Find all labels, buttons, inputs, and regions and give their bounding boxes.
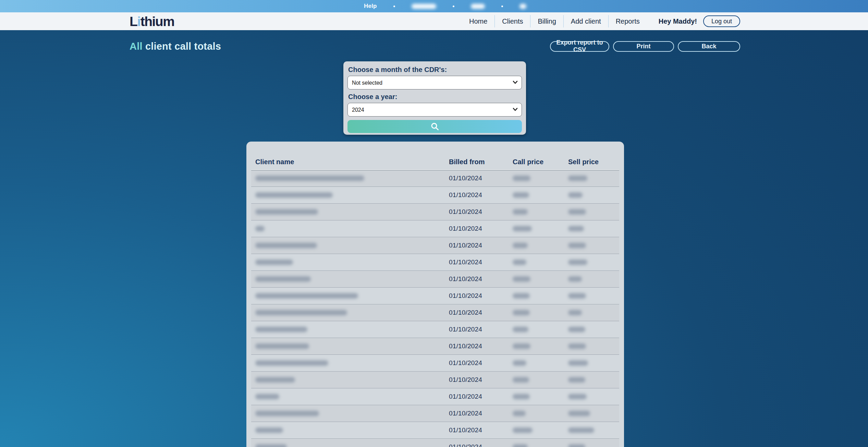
table-row: 01/10/2024: [251, 422, 619, 439]
redacted-call-price: [513, 343, 530, 349]
table-row: 01/10/2024: [251, 170, 619, 187]
redacted-call-price: [513, 394, 530, 399]
redacted-sell-price: [568, 293, 586, 299]
redacted-call-price: [513, 310, 530, 315]
billed-from-date: 01/10/2024: [449, 208, 513, 216]
redacted-client-name-link[interactable]: [255, 192, 333, 198]
nav-item-billing[interactable]: Billing: [530, 15, 563, 27]
table-row: 01/10/2024: [251, 321, 619, 338]
title-row: All client call totals Export report to …: [130, 38, 740, 54]
redacted-call-price: [513, 276, 530, 282]
redacted-call-price: [513, 192, 529, 198]
nav-item-reports[interactable]: Reports: [608, 15, 647, 27]
topbar-separator-dot: [453, 5, 454, 7]
redacted-sell-price: [568, 276, 582, 282]
billed-from-date: 01/10/2024: [449, 258, 513, 266]
topbar-separator-dot: [501, 5, 503, 7]
redacted-call-price: [513, 444, 528, 447]
redacted-call-price: [513, 377, 529, 383]
redacted-client-name-link[interactable]: [255, 276, 311, 282]
redacted-client-name-link[interactable]: [255, 394, 279, 399]
year-select[interactable]: 2024: [347, 103, 522, 117]
table-row: 01/10/2024: [251, 220, 619, 237]
redacted-client-name-link[interactable]: [255, 444, 287, 447]
billed-from-date: 01/10/2024: [449, 342, 513, 350]
nav-item-add-client[interactable]: Add client: [563, 15, 608, 27]
redacted-client-name-link[interactable]: [255, 377, 295, 383]
redacted-client-name-link[interactable]: [255, 427, 283, 433]
page-title-rest: client call totals: [143, 41, 221, 52]
lithium-logo[interactable]: Lithium: [130, 15, 174, 28]
billed-from-date: 01/10/2024: [449, 376, 513, 384]
redacted-client-name-link[interactable]: [255, 176, 364, 181]
redacted-topbar-link[interactable]: [412, 4, 436, 9]
redacted-topbar-link[interactable]: [471, 4, 485, 9]
redacted-client-name-link[interactable]: [255, 411, 319, 416]
nav-item-clients[interactable]: Clients: [494, 15, 530, 27]
month-select[interactable]: Not selected: [347, 76, 522, 89]
topbar: Help: [0, 0, 868, 12]
month-select-wrap: Not selected: [347, 76, 522, 89]
redacted-call-price: [513, 176, 530, 181]
redacted-client-name-link[interactable]: [255, 226, 265, 231]
redacted-topbar-link[interactable]: [519, 4, 526, 9]
help-link[interactable]: Help: [364, 3, 377, 10]
table-row: 01/10/2024: [251, 405, 619, 422]
year-label: Choose a year:: [348, 93, 522, 101]
redacted-call-price: [513, 327, 528, 332]
table-row: 01/10/2024: [251, 254, 619, 271]
redacted-sell-price: [568, 444, 585, 447]
redacted-call-price: [513, 360, 526, 366]
redacted-client-name-link[interactable]: [255, 209, 318, 215]
table-body: 01/10/2024 01/10/2024 01/10/2024 01/10/2…: [251, 170, 619, 447]
table-row: 01/10/2024: [251, 204, 619, 220]
cdr-filter-panel: Choose a month of the CDR's: Not selecte…: [343, 61, 526, 135]
table-row: 01/10/2024: [251, 304, 619, 321]
month-label: Choose a month of the CDR's:: [348, 66, 522, 74]
col-call-price: Call price: [513, 158, 568, 166]
logout-button[interactable]: Log out: [703, 15, 740, 27]
redacted-client-name-link[interactable]: [255, 259, 293, 265]
page-title-accent: All: [130, 41, 143, 52]
billed-from-date: 01/10/2024: [449, 426, 513, 434]
redacted-client-name-link[interactable]: [255, 343, 309, 349]
print-button[interactable]: Print: [613, 41, 674, 52]
redacted-call-price: [513, 243, 528, 248]
nav-item-home[interactable]: Home: [462, 15, 494, 27]
redacted-sell-price: [568, 226, 584, 231]
redacted-call-price: [513, 411, 526, 416]
table-row: 01/10/2024: [251, 271, 619, 288]
logo-text-rest: thium: [140, 14, 174, 29]
billed-from-date: 01/10/2024: [449, 292, 513, 300]
billed-from-date: 01/10/2024: [449, 275, 513, 283]
redacted-call-price: [513, 293, 530, 299]
table-row: 01/10/2024: [251, 288, 619, 304]
col-sell-price: Sell price: [568, 158, 619, 166]
col-client-name: Client name: [255, 158, 449, 166]
user-greeting: Hey Maddy!: [659, 17, 697, 25]
redacted-client-name-link[interactable]: [255, 293, 358, 299]
redacted-client-name-link[interactable]: [255, 327, 307, 332]
table-row: 01/10/2024: [251, 237, 619, 254]
redacted-call-price: [513, 226, 532, 231]
billed-from-date: 01/10/2024: [449, 191, 513, 199]
export-report-to-csv-button[interactable]: Export report to CSV: [550, 41, 609, 52]
table-row: 01/10/2024: [251, 187, 619, 204]
table-row: 01/10/2024: [251, 355, 619, 372]
table-row: 01/10/2024: [251, 388, 619, 405]
search-button[interactable]: [347, 120, 522, 133]
redacted-sell-price: [568, 243, 586, 248]
back-button[interactable]: Back: [678, 41, 740, 52]
redacted-sell-price: [568, 327, 585, 332]
year-select-wrap: 2024: [347, 103, 522, 117]
redacted-client-name-link[interactable]: [255, 310, 347, 315]
page-title: All client call totals: [130, 41, 221, 52]
col-billed-from: Billed from: [449, 158, 513, 166]
redacted-client-name-link[interactable]: [255, 360, 328, 366]
redacted-sell-price: [568, 176, 587, 181]
redacted-sell-price: [568, 209, 586, 215]
redacted-call-price: [513, 209, 528, 215]
redacted-client-name-link[interactable]: [255, 243, 317, 248]
billed-from-date: 01/10/2024: [449, 359, 513, 367]
table-row: 01/10/2024: [251, 372, 619, 388]
